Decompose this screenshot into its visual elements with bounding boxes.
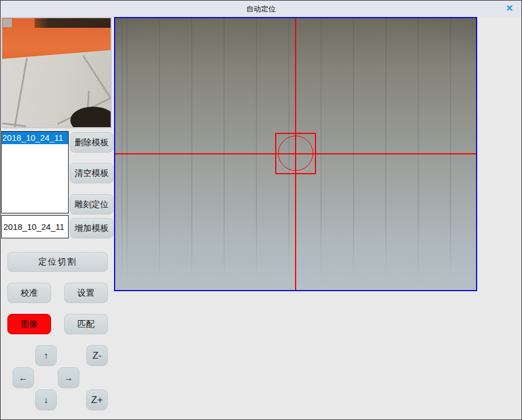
template-thumbnail-preview <box>1 17 112 128</box>
jog-right-button[interactable]: → <box>58 367 79 388</box>
auto-locate-window: 自动定位 ✕ 2018_10_24_11 删除模板 清空模板 雕刻定位 增加模板… <box>0 0 522 420</box>
calibrate-button[interactable]: 校准 <box>7 283 51 303</box>
delete-template-button[interactable]: 删除模板 <box>70 132 113 153</box>
jog-left-button[interactable]: ← <box>12 367 34 388</box>
crosshair-target-circle <box>278 136 313 171</box>
jog-z-plus-button[interactable]: Z+ <box>86 389 108 410</box>
title-bar: 自动定位 ✕ <box>1 1 521 17</box>
jog-z-minus-button[interactable]: Z- <box>86 345 108 366</box>
close-icon[interactable]: ✕ <box>504 3 515 14</box>
engrave-locate-button[interactable]: 雕刻定位 <box>70 194 113 215</box>
thumbnail-dark-band <box>35 18 111 28</box>
jog-up-button[interactable]: ↑ <box>35 345 57 366</box>
camera-live-view <box>114 17 477 291</box>
thumbnail-dark-object <box>70 107 112 128</box>
locate-cut-button[interactable]: 定位切割 <box>7 252 108 272</box>
window-title: 自动定位 <box>1 1 521 17</box>
thumbnail-gray-patch <box>3 19 12 27</box>
template-list-item[interactable]: 2018_10_24_11 <box>2 132 68 144</box>
clear-templates-button[interactable]: 清空模板 <box>70 163 113 183</box>
add-template-button[interactable]: 增加模板 <box>70 218 113 238</box>
jog-down-button[interactable]: ↓ <box>35 389 57 410</box>
match-button[interactable]: 匹配 <box>64 314 108 334</box>
template-name-input[interactable] <box>1 215 69 238</box>
thumbnail-tile-grout-line <box>82 55 112 100</box>
template-list[interactable]: 2018_10_24_11 <box>1 131 69 213</box>
image-button[interactable]: 图像 <box>7 314 51 334</box>
thumbnail-tile-grout-line <box>14 58 28 128</box>
settings-button[interactable]: 设置 <box>64 283 108 303</box>
